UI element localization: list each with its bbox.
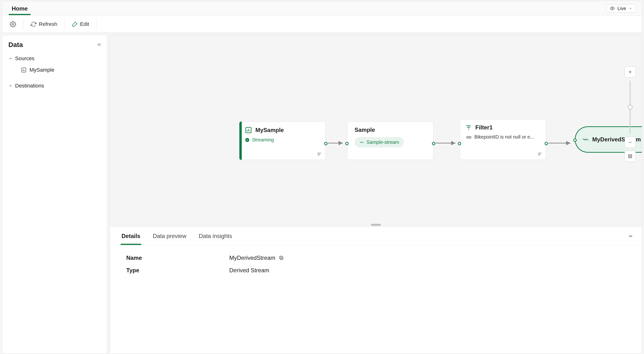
details-panel: Details Data preview Data insights Name …	[110, 226, 642, 353]
svg-rect-31	[628, 155, 632, 158]
plus-icon	[628, 70, 632, 74]
tab-data-insights[interactable]: Data insights	[198, 227, 233, 245]
minus-icon	[628, 140, 632, 145]
node-sample[interactable]: Sample Sample-stream	[347, 122, 434, 160]
collapse-panel-button[interactable]	[628, 233, 634, 239]
details-name-label: Name	[126, 254, 229, 261]
zoom-in-button[interactable]	[624, 66, 636, 77]
filter-icon	[465, 124, 472, 131]
zoom-slider[interactable]	[630, 81, 630, 134]
menu-icon	[537, 151, 542, 157]
node-status: Streaming	[252, 137, 274, 143]
chip-label: Sample-stream	[366, 140, 399, 145]
details-type-value: Derived Stream	[229, 267, 269, 274]
panel-resize-handle[interactable]	[110, 223, 642, 226]
node-filter1[interactable]: Filter1 BikepointID is not null or e...	[460, 119, 546, 160]
stream-chip[interactable]: Sample-stream	[354, 137, 404, 147]
chevron-down-icon	[628, 233, 634, 239]
destinations-section[interactable]: Destinations	[6, 80, 103, 91]
ribbon: Home Live Refresh Edit	[2, 1, 642, 33]
sidebar-title: Data	[8, 41, 101, 49]
status-bar	[239, 122, 242, 160]
zoom-thumb[interactable]	[628, 105, 632, 110]
separator	[23, 19, 24, 30]
output-port[interactable]	[432, 142, 435, 145]
svg-point-1	[12, 23, 14, 25]
fit-icon	[628, 154, 632, 159]
tab-data-preview[interactable]: Data preview	[152, 227, 187, 245]
node-title: Sample	[354, 127, 375, 133]
tab-details[interactable]: Details	[120, 227, 141, 245]
node-mysample[interactable]: MySample Streaming	[239, 122, 326, 160]
refresh-label: Refresh	[39, 21, 57, 27]
menu-icon	[317, 151, 322, 157]
chevron-down-icon	[8, 56, 13, 61]
details-type-label: Type	[126, 267, 229, 274]
filter-description: BikepointID is not null or e...	[474, 134, 534, 140]
chevron-down-icon	[629, 7, 632, 10]
sources-label: Sources	[15, 55, 34, 62]
live-label: Live	[618, 6, 626, 11]
destinations-label: Destinations	[15, 83, 44, 89]
edit-label: Edit	[80, 21, 89, 27]
refresh-icon	[31, 21, 36, 27]
edit-icon	[72, 21, 78, 27]
eye-icon	[610, 6, 615, 11]
node-title: MySample	[256, 127, 284, 134]
copy-icon	[279, 255, 284, 260]
stream-icon	[360, 140, 364, 145]
svg-point-0	[612, 8, 613, 9]
svg-rect-32	[630, 156, 631, 157]
pipeline-canvas[interactable]: MySample Streaming Sample	[110, 35, 642, 223]
separator	[64, 19, 65, 30]
output-port[interactable]	[324, 142, 328, 145]
chart-icon	[245, 127, 252, 134]
output-port[interactable]	[544, 142, 548, 145]
zoom-out-button[interactable]	[624, 137, 636, 148]
canvas-container: MySample Streaming Sample	[110, 35, 642, 354]
source-item-mysample[interactable]: MySample	[6, 64, 103, 76]
settings-button[interactable]	[6, 19, 20, 30]
condition-icon	[466, 135, 472, 140]
source-item-label: MySample	[30, 67, 54, 73]
chevrons-left-icon	[96, 42, 102, 47]
copy-name-button[interactable]	[279, 255, 284, 260]
gear-icon	[10, 21, 16, 27]
input-port[interactable]	[458, 142, 461, 145]
live-toggle[interactable]: Live	[606, 4, 636, 13]
input-port[interactable]	[573, 139, 577, 142]
refresh-button[interactable]: Refresh	[27, 19, 61, 30]
node-menu-button[interactable]	[537, 151, 542, 157]
chevron-down-icon	[8, 84, 13, 88]
node-title: Filter1	[475, 124, 492, 131]
node-menu-button[interactable]	[317, 151, 322, 157]
separator	[96, 19, 96, 30]
svg-rect-33	[280, 257, 283, 260]
svg-rect-34	[280, 256, 282, 259]
sources-section[interactable]: Sources	[6, 53, 103, 64]
zoom-fit-button[interactable]	[624, 151, 636, 162]
collapse-sidebar-button[interactable]	[96, 42, 102, 47]
stream-icon	[582, 136, 589, 143]
input-port[interactable]	[345, 142, 348, 145]
data-sidebar: Data Sources MySample Destinations	[2, 35, 107, 354]
check-icon	[245, 138, 250, 142]
edit-button[interactable]: Edit	[68, 19, 93, 30]
svg-point-13	[245, 138, 250, 142]
ribbon-tab-home[interactable]: Home	[6, 2, 34, 15]
chart-icon	[21, 67, 26, 73]
zoom-controls	[624, 66, 636, 162]
details-name-value: MyDerivedStream	[229, 254, 275, 261]
